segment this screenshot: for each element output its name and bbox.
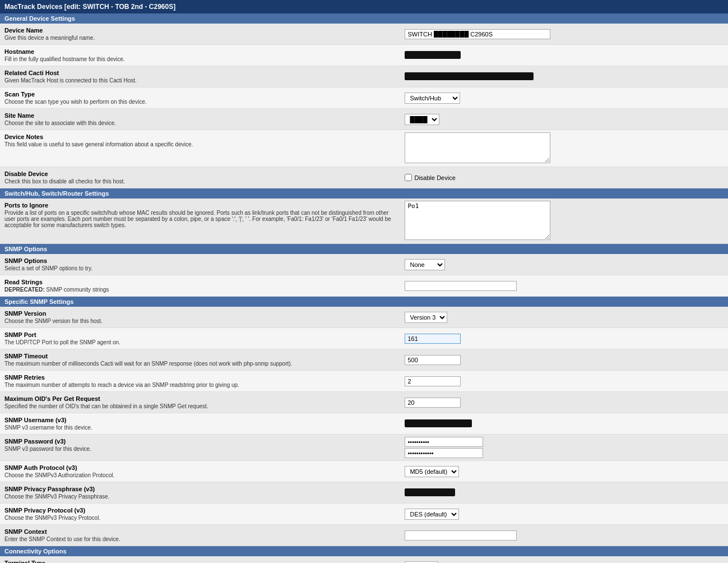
row-snmp-privacy-protocol: SNMP Privacy Protocol (v3) Choose the SN… xyxy=(0,504,728,525)
label-ports-to-ignore: Ports to Ignore Provide a list of ports … xyxy=(0,199,400,244)
row-device-name: Device Name Give this device a meaningfu… xyxy=(0,24,728,45)
row-read-strings: Read Strings DEPRECATED: SNMP community … xyxy=(0,275,728,297)
input-cell-snmp-options: None Option 1 Option 2 xyxy=(400,254,728,275)
snmp-username-redacted xyxy=(405,419,472,427)
row-snmp-timeout: SNMP Timeout The maximum number of milli… xyxy=(0,349,728,371)
label-snmp-retries: SNMP Retries The maximum number of attem… xyxy=(0,371,400,392)
row-snmp-retries: SNMP Retries The maximum number of attem… xyxy=(0,371,728,392)
device-name-input[interactable] xyxy=(405,29,550,39)
snmp-password-input[interactable] xyxy=(405,437,483,447)
hostname-redacted xyxy=(405,51,461,59)
input-cell-snmp-timeout xyxy=(400,349,728,371)
snmp-auth-protocol-select[interactable]: MD5 (default) SHA xyxy=(405,466,459,477)
snmp-password-confirm-input[interactable] xyxy=(405,448,483,458)
cacti-host-redacted xyxy=(405,72,534,80)
label-snmp-password: SNMP Password (v3) SNMP v3 password for … xyxy=(0,435,400,461)
input-cell-snmp-retries xyxy=(400,371,728,392)
input-cell-terminal-type: Telnet SSH xyxy=(400,556,728,563)
snmp-timeout-input[interactable] xyxy=(405,355,461,365)
label-snmp-port: SNMP Port The UDP/TCP Port to poll the S… xyxy=(0,328,400,349)
label-snmp-username: SNMP Username (v3) SNMP v3 username for … xyxy=(0,413,400,435)
input-cell-disable-device: Disable Device xyxy=(400,167,728,188)
label-site-name: Site Name Choose the site to associate w… xyxy=(0,109,400,130)
snmp-options-select[interactable]: None Option 1 Option 2 xyxy=(405,259,445,270)
row-snmp-options: SNMP Options Select a set of SNMP option… xyxy=(0,254,728,275)
row-snmp-port: SNMP Port The UDP/TCP Port to poll the S… xyxy=(0,328,728,349)
section-general-header: General Device Settings xyxy=(0,13,728,24)
device-notes-textarea[interactable] xyxy=(405,132,550,163)
snmp-options-table: SNMP Options Select a set of SNMP option… xyxy=(0,254,728,297)
general-settings-table: Device Name Give this device a meaningfu… xyxy=(0,24,728,188)
terminal-type-select[interactable]: Telnet SSH xyxy=(405,561,438,564)
input-cell-ports-to-ignore: Po1 xyxy=(400,199,728,244)
input-cell-snmp-username xyxy=(400,413,728,435)
page-title: MacTrack Devices [edit: SWITCH - TOB 2nd… xyxy=(4,3,175,11)
snmp-version-select[interactable]: Version 1 Version 2 Version 3 xyxy=(405,312,447,323)
row-snmp-version: SNMP Version Choose the SNMP version for… xyxy=(0,307,728,328)
section-connectivity-header: Connectivity Options xyxy=(0,546,728,556)
input-cell-snmp-privacy-passphrase xyxy=(400,482,728,504)
row-scan-type: Scan Type Choose the scan type you wish … xyxy=(0,87,728,109)
section-snmp-header: SNMP Options xyxy=(0,244,728,254)
row-disable-device: Disable Device Check this box to disable… xyxy=(0,167,728,188)
snmp-port-input[interactable] xyxy=(405,334,461,344)
label-device-notes: Device Notes This field value is useful … xyxy=(0,130,400,167)
snmp-privacy-protocol-select[interactable]: DES (default) AES xyxy=(405,509,459,520)
label-snmp-privacy-protocol: SNMP Privacy Protocol (v3) Choose the SN… xyxy=(0,504,400,525)
section-specific-snmp-header: Specific SNMP Settings xyxy=(0,297,728,307)
input-cell-snmp-password xyxy=(400,435,728,461)
row-snmp-username: SNMP Username (v3) SNMP v3 username for … xyxy=(0,413,728,435)
input-cell-snmp-privacy-protocol: DES (default) AES xyxy=(400,504,728,525)
input-cell-device-notes xyxy=(400,130,728,167)
read-strings-input[interactable] xyxy=(405,281,517,291)
row-related-cacti-host: Related Cacti Host Given MacTrack Host i… xyxy=(0,66,728,87)
row-terminal-type: Terminal Type Choose the terminal type t… xyxy=(0,556,728,563)
snmp-privacy-passphrase-redacted xyxy=(405,488,455,496)
input-cell-scan-type: Switch/Hub Switch/Router None xyxy=(400,87,728,109)
label-snmp-timeout: SNMP Timeout The maximum number of milli… xyxy=(0,349,400,371)
label-snmp-context: SNMP Context Enter the SNMP Context to u… xyxy=(0,525,400,546)
disable-device-label: Disable Device xyxy=(405,174,724,181)
label-related-cacti-host: Related Cacti Host Given MacTrack Host i… xyxy=(0,66,400,87)
label-device-name: Device Name Give this device a meaningfu… xyxy=(0,24,400,45)
label-snmp-options: SNMP Options Select a set of SNMP option… xyxy=(0,254,400,275)
row-device-notes: Device Notes This field value is useful … xyxy=(0,130,728,167)
input-cell-device-name xyxy=(400,24,728,45)
label-snmp-privacy-passphrase: SNMP Privacy Passphrase (v3) Choose the … xyxy=(0,482,400,504)
input-cell-snmp-context xyxy=(400,525,728,546)
row-snmp-password: SNMP Password (v3) SNMP v3 password for … xyxy=(0,435,728,461)
label-disable-device: Disable Device Check this box to disable… xyxy=(0,167,400,188)
input-cell-snmp-version: Version 1 Version 2 Version 3 xyxy=(400,307,728,328)
section-switch-header: Switch/Hub, Switch/Router Settings xyxy=(0,188,728,199)
input-cell-read-strings xyxy=(400,275,728,297)
input-cell-hostname xyxy=(400,45,728,66)
label-read-strings: Read Strings DEPRECATED: SNMP community … xyxy=(0,275,400,297)
specific-snmp-table: SNMP Version Choose the SNMP version for… xyxy=(0,307,728,546)
snmp-retries-input[interactable] xyxy=(405,376,461,386)
label-snmp-auth-protocol: SNMP Auth Protocol (v3) Choose the SNMPv… xyxy=(0,461,400,482)
ports-to-ignore-textarea[interactable]: Po1 xyxy=(405,201,550,240)
input-cell-snmp-auth-protocol: MD5 (default) SHA xyxy=(400,461,728,482)
input-cell-site-name: ████ xyxy=(400,109,728,130)
input-cell-related-cacti-host xyxy=(400,66,728,87)
row-snmp-auth-protocol: SNMP Auth Protocol (v3) Choose the SNMPv… xyxy=(0,461,728,482)
label-snmp-version: SNMP Version Choose the SNMP version for… xyxy=(0,307,400,328)
row-ports-to-ignore: Ports to Ignore Provide a list of ports … xyxy=(0,199,728,244)
row-snmp-privacy-passphrase: SNMP Privacy Passphrase (v3) Choose the … xyxy=(0,482,728,504)
row-max-oids: Maximum OID's Per Get Request Specified … xyxy=(0,392,728,413)
site-name-select[interactable]: ████ xyxy=(405,114,439,125)
max-oids-input[interactable] xyxy=(405,398,461,408)
label-terminal-type: Terminal Type Choose the terminal type t… xyxy=(0,556,400,563)
scan-type-select[interactable]: Switch/Hub Switch/Router None xyxy=(405,93,460,104)
row-site-name: Site Name Choose the site to associate w… xyxy=(0,109,728,130)
label-hostname: Hostname Fill in the fully qualified hos… xyxy=(0,45,400,66)
label-max-oids: Maximum OID's Per Get Request Specified … xyxy=(0,392,400,413)
connectivity-table: Terminal Type Choose the terminal type t… xyxy=(0,556,728,563)
title-bar: MacTrack Devices [edit: SWITCH - TOB 2nd… xyxy=(0,0,728,13)
snmp-context-input[interactable] xyxy=(405,530,517,541)
row-snmp-context: SNMP Context Enter the SNMP Context to u… xyxy=(0,525,728,546)
input-cell-snmp-port xyxy=(400,328,728,349)
disable-device-checkbox[interactable] xyxy=(405,174,412,181)
input-cell-max-oids xyxy=(400,392,728,413)
switch-settings-table: Ports to Ignore Provide a list of ports … xyxy=(0,199,728,244)
